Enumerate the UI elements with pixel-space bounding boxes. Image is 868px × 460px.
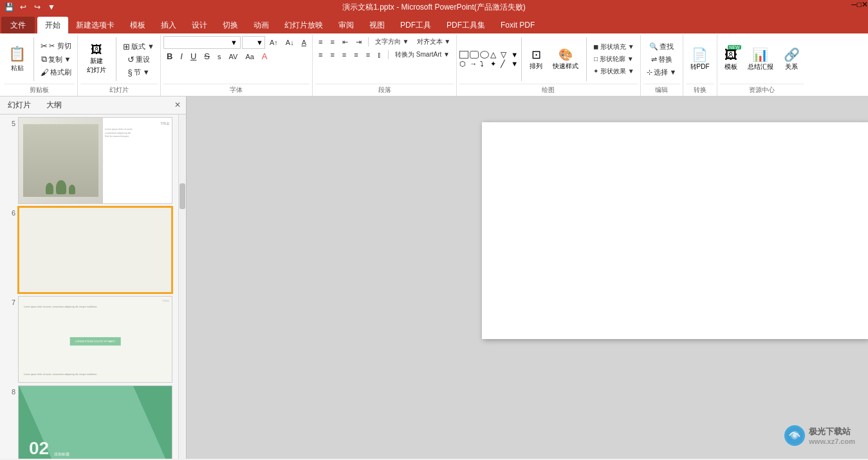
- shapes-more-btn[interactable]: ▼: [511, 51, 518, 59]
- tab-pdftools[interactable]: PDF工具: [392, 17, 439, 33]
- replace-btn[interactable]: ⇌替换: [643, 53, 680, 66]
- plant2: [56, 180, 66, 194]
- tab-slides[interactable]: 幻灯片: [0, 97, 39, 113]
- quick-styles-btn[interactable]: 🎨 快速样式: [548, 44, 583, 74]
- shape-fill-btn[interactable]: ◼ 形状填充 ▼: [590, 41, 637, 53]
- italic-btn[interactable]: I: [177, 50, 186, 62]
- tab-insert[interactable]: 插入: [153, 17, 184, 33]
- tab-home[interactable]: 开始: [37, 17, 68, 33]
- reset-btn[interactable]: ↺ 重设: [120, 53, 158, 66]
- to-smartart-btn[interactable]: 转换为 SmartArt ▼: [392, 49, 453, 60]
- justify-btn[interactable]: ≡: [351, 50, 361, 60]
- shape-oval[interactable]: [480, 51, 489, 59]
- watermark-url: www.xz7.com: [809, 437, 855, 445]
- group-paragraph: ≡ ≡ ⇤ ⇥ 文字方向 ▼ 对齐文本 ▼ ≡ ≡ ≡ ≡ ≡ ⫿ 转换为 Sm…: [313, 35, 457, 96]
- paste-btn[interactable]: 📋 粘贴: [4, 42, 30, 76]
- find-btn[interactable]: 🔍查找: [643, 41, 680, 53]
- tab-review[interactable]: 审阅: [331, 17, 362, 33]
- tab-template[interactable]: 模板: [122, 17, 153, 33]
- layout-btn[interactable]: ⊞ 版式 ▼: [120, 41, 158, 53]
- font-name-selector[interactable]: ▼: [163, 36, 241, 49]
- align-center-btn[interactable]: ≡: [327, 50, 337, 60]
- template-btn[interactable]: NEW 🖼 模板: [720, 44, 742, 75]
- shape-curved[interactable]: ⤵: [480, 60, 489, 68]
- align-right-btn[interactable]: ≡: [339, 50, 349, 60]
- shape-arrow[interactable]: →: [470, 60, 479, 68]
- slide-small-btns: ⊞ 版式 ▼ ↺ 重设 § 节 ▼: [120, 41, 158, 78]
- tab-view[interactable]: 视图: [362, 17, 392, 33]
- shape-star[interactable]: ✦: [490, 60, 499, 68]
- shape-rect[interactable]: [459, 51, 468, 59]
- tab-transition[interactable]: 切换: [215, 17, 246, 33]
- shape-line[interactable]: ╱: [501, 60, 510, 68]
- convert-pdf-label: 转PDF: [690, 62, 710, 71]
- font-color-btn[interactable]: A: [259, 50, 271, 62]
- char-case-btn[interactable]: Aa: [242, 51, 257, 62]
- shape-rounded-rect[interactable]: [470, 51, 479, 59]
- arrange-btn[interactable]: ⊡ 排列: [525, 44, 547, 74]
- font-size-selector[interactable]: ▼: [242, 36, 265, 49]
- save-quick-btn[interactable]: 💾: [3, 1, 15, 14]
- align-left-btn[interactable]: ≡: [315, 50, 326, 60]
- tab-animation[interactable]: 动画: [246, 17, 277, 33]
- convert-btns: 📄 转PDF: [686, 36, 714, 82]
- slide-item-5[interactable]: 5: [3, 117, 176, 204]
- copy-btn[interactable]: ⧉ 复制 ▼: [37, 53, 75, 66]
- justify2-btn[interactable]: ≡: [363, 50, 373, 60]
- new-slide-btn[interactable]: 🖼 新建 幻灯片: [80, 41, 113, 78]
- char-spacing-icon: AV: [229, 53, 238, 60]
- redo-btn[interactable]: ↪: [31, 1, 44, 14]
- shape-rtri[interactable]: ▽: [501, 51, 510, 59]
- copy-label: 复制 ▼: [48, 55, 71, 64]
- text-shadow-btn[interactable]: s: [214, 51, 225, 62]
- dec-indent-btn[interactable]: ⇤: [339, 37, 351, 48]
- maximize-btn[interactable]: □: [857, 0, 862, 14]
- minimize-btn[interactable]: ─: [851, 0, 857, 14]
- tab-file[interactable]: 文件: [1, 17, 35, 33]
- format-painter-btn[interactable]: 🖌 格式刷: [37, 66, 75, 78]
- customize-quick-btn[interactable]: ▼: [45, 1, 58, 14]
- decrease-font-btn[interactable]: A↓: [282, 37, 297, 48]
- underline-btn[interactable]: U: [187, 50, 199, 62]
- shapes-extra-btn[interactable]: ▼: [511, 60, 518, 68]
- clear-format-btn[interactable]: A: [299, 37, 309, 48]
- bullets-btn[interactable]: ≡: [315, 37, 326, 47]
- increase-font-btn[interactable]: A↑: [266, 37, 281, 48]
- section-btn[interactable]: § 节 ▼: [120, 66, 158, 78]
- shape-outline-btn[interactable]: □ 形状轮廓 ▼: [590, 53, 637, 65]
- bold-btn[interactable]: B: [163, 50, 176, 62]
- underline-icon: U: [190, 51, 196, 61]
- slide-item-7[interactable]: 7 TITLE Lorem ipsum dolor sit amet, cons…: [3, 296, 176, 383]
- tab-outline[interactable]: 大纲: [39, 97, 69, 113]
- panel-scrollbar[interactable]: [178, 115, 186, 459]
- slide-item-8[interactable]: 8 02 添加标题: [3, 385, 176, 459]
- summary-btn[interactable]: 📊 总结汇报: [743, 44, 778, 75]
- select-btn[interactable]: ⊹选择 ▼: [643, 66, 680, 78]
- tab-foxitpdf[interactable]: Foxit PDF: [493, 17, 542, 33]
- text-direction-btn[interactable]: 文字方向 ▼: [372, 36, 412, 48]
- replace-label: 替换: [658, 55, 672, 64]
- shape-hex[interactable]: ⬡: [459, 60, 468, 68]
- convert-pdf-btn[interactable]: 📄 转PDF: [686, 44, 714, 75]
- tab-design[interactable]: 设计: [184, 17, 215, 33]
- slide6-bg: [19, 208, 171, 292]
- quick-styles-label: 快速样式: [553, 62, 578, 71]
- tab-slideshow[interactable]: 幻灯片放映: [277, 17, 331, 33]
- shape-effects-btn[interactable]: ✦ 形状效果 ▼: [590, 66, 637, 77]
- related-btn[interactable]: 🔗 关系: [779, 44, 804, 75]
- close-panel-btn[interactable]: ✕: [172, 99, 183, 111]
- slide-item-6[interactable]: 6: [3, 207, 176, 293]
- cut-btn[interactable]: ✂ ✂ 剪切: [37, 40, 75, 52]
- svg-point-1: [793, 434, 797, 437]
- strikethrough-btn[interactable]: S: [201, 50, 213, 62]
- shape-tri[interactable]: △: [490, 51, 499, 59]
- char-spacing-btn[interactable]: AV: [226, 51, 241, 62]
- undo-btn[interactable]: ↩: [17, 1, 30, 14]
- inc-indent-btn[interactable]: ⇥: [353, 37, 365, 48]
- numbering-btn[interactable]: ≡: [327, 37, 337, 47]
- align-text-btn[interactable]: 对齐文本 ▼: [414, 36, 454, 48]
- tab-pdftoolset[interactable]: PDF工具集: [439, 17, 493, 33]
- close-btn[interactable]: ✕: [862, 0, 868, 14]
- tab-new[interactable]: 新建选项卡: [68, 17, 122, 33]
- col-layout-btn[interactable]: ⫿: [374, 50, 385, 60]
